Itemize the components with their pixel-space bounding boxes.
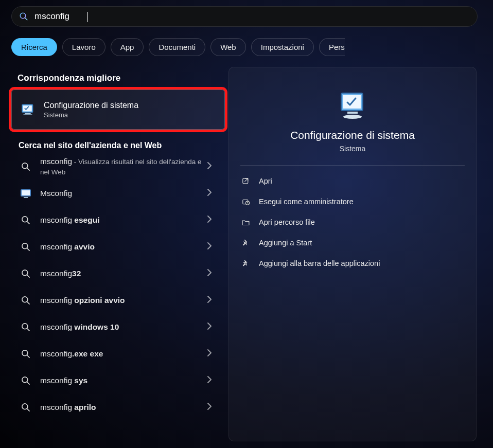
folder-icon bbox=[240, 218, 251, 227]
detail-subtitle: Sistema bbox=[229, 145, 476, 153]
search-icon bbox=[20, 402, 32, 413]
svg-line-16 bbox=[27, 275, 30, 278]
tab-web[interactable]: Web bbox=[210, 38, 246, 56]
open-icon bbox=[240, 177, 251, 186]
pin-icon bbox=[240, 259, 251, 268]
search-result-label: msconfig sys bbox=[40, 375, 207, 385]
action-label: Aggiungi alla barra delle applicazioni bbox=[259, 259, 380, 267]
search-result[interactable]: msconfig.exe exe bbox=[11, 341, 217, 367]
action-folder[interactable]: Apri percorso file bbox=[232, 212, 473, 232]
chevron-right-icon bbox=[207, 402, 212, 413]
search-icon bbox=[20, 295, 32, 306]
chevron-right-icon bbox=[207, 215, 212, 225]
svg-line-14 bbox=[27, 248, 30, 251]
svg-line-18 bbox=[27, 302, 30, 304]
search-icon bbox=[20, 322, 32, 332]
svg-line-1 bbox=[25, 17, 27, 20]
svg-point-30 bbox=[343, 115, 362, 119]
action-open[interactable]: Apri bbox=[232, 171, 473, 191]
system-config-icon bbox=[19, 101, 37, 118]
svg-rect-4 bbox=[25, 113, 30, 114]
search-icon bbox=[20, 242, 32, 252]
svg-line-26 bbox=[27, 409, 30, 411]
tab-lavoro[interactable]: Lavoro bbox=[62, 38, 105, 56]
chevron-right-icon bbox=[207, 188, 212, 199]
msconfig-app-icon bbox=[20, 187, 32, 200]
tab-impostazioni[interactable]: Impostazioni bbox=[251, 38, 314, 56]
search-result-label: msconfig avvio bbox=[40, 242, 207, 252]
search-icon bbox=[19, 12, 28, 21]
tab-persone[interactable]: Persone bbox=[319, 38, 345, 56]
chevron-right-icon bbox=[207, 349, 212, 359]
detail-title: Configurazione di sistema bbox=[229, 129, 476, 141]
action-label: Esegui come amministratore bbox=[259, 198, 354, 206]
tab-ricerca[interactable]: Ricerca bbox=[11, 38, 57, 56]
chevron-right-icon bbox=[207, 322, 212, 332]
svg-rect-29 bbox=[347, 112, 358, 114]
action-pin[interactable]: Aggiungi alla barra delle applicazioni bbox=[232, 253, 473, 274]
search-result[interactable]: msconfig esegui bbox=[11, 207, 217, 234]
chevron-right-icon bbox=[207, 268, 212, 279]
search-result[interactable]: msconfig aprilo bbox=[11, 394, 217, 421]
search-result-label: msconfig aprilo bbox=[40, 402, 207, 412]
search-result-label: msconfig esegui bbox=[40, 215, 207, 225]
chevron-right-icon bbox=[207, 375, 212, 386]
results-column: Corrispondenza migliore Configurazione d… bbox=[11, 73, 217, 421]
search-input[interactable] bbox=[34, 11, 470, 22]
search-bar[interactable] bbox=[11, 6, 478, 27]
search-icon bbox=[20, 349, 32, 359]
search-icon bbox=[20, 162, 32, 172]
best-match-title: Configurazione di sistema bbox=[44, 101, 138, 110]
search-result-label: msconfig.exe exe bbox=[40, 349, 207, 359]
best-match-subtitle: Sistema bbox=[44, 111, 138, 119]
svg-rect-9 bbox=[22, 190, 30, 195]
search-result-label: msconfig windows 10 bbox=[40, 322, 207, 332]
search-result[interactable]: msconfig - Visualizza risultati nel sito… bbox=[11, 153, 217, 180]
chevron-right-icon bbox=[207, 242, 212, 252]
chevron-right-icon bbox=[207, 295, 212, 306]
search-icon bbox=[20, 268, 32, 279]
svg-rect-10 bbox=[24, 197, 28, 198]
search-result[interactable]: msconfig sys bbox=[11, 367, 217, 394]
best-match-heading: Corrispondenza migliore bbox=[17, 73, 217, 83]
detail-actions: ApriEsegui come amministratoreApri perco… bbox=[232, 171, 473, 274]
search-result-label: msconfig - Visualizza risultati nel sito… bbox=[40, 156, 207, 177]
text-cursor bbox=[87, 12, 88, 22]
tab-app[interactable]: App bbox=[111, 38, 144, 56]
action-label: Apri bbox=[259, 177, 272, 185]
pin-icon bbox=[240, 239, 251, 247]
action-label: Apri percorso file bbox=[259, 218, 315, 226]
svg-line-12 bbox=[27, 222, 30, 224]
search-result-label: msconfig32 bbox=[40, 268, 207, 278]
chevron-right-icon bbox=[207, 162, 212, 172]
svg-rect-5 bbox=[24, 114, 32, 115]
search-result-label: Msconfig bbox=[40, 188, 207, 198]
action-pin[interactable]: Aggiungi a Start bbox=[232, 232, 473, 253]
search-result[interactable]: msconfig32 bbox=[11, 260, 217, 287]
search-result[interactable]: Msconfig bbox=[11, 180, 217, 207]
search-result[interactable]: msconfig windows 10 bbox=[11, 314, 217, 341]
action-label: Aggiungi a Start bbox=[259, 239, 312, 247]
admin-icon bbox=[240, 198, 251, 206]
svg-line-7 bbox=[27, 168, 30, 171]
search-result[interactable]: msconfig opzioni avvio bbox=[11, 287, 217, 314]
web-results-heading: Cerca nel sito dell'azienda e nel Web bbox=[19, 141, 217, 150]
search-result[interactable]: msconfig avvio bbox=[11, 234, 217, 260]
svg-line-20 bbox=[27, 329, 30, 331]
search-result-label: msconfig opzioni avvio bbox=[40, 295, 207, 305]
tab-documenti[interactable]: Documenti bbox=[149, 38, 205, 56]
search-icon bbox=[20, 375, 32, 386]
action-admin[interactable]: Esegui come amministratore bbox=[232, 191, 473, 212]
detail-app-icon bbox=[336, 89, 369, 122]
filter-tabs: RicercaLavoroAppDocumentiWebImpostazioni… bbox=[11, 38, 345, 56]
svg-line-24 bbox=[27, 382, 30, 385]
best-match-result[interactable]: Configurazione di sistema Sistema bbox=[11, 89, 225, 130]
divider bbox=[240, 165, 465, 166]
detail-panel: Configurazione di sistema Sistema ApriEs… bbox=[228, 67, 477, 441]
svg-line-22 bbox=[27, 355, 30, 358]
web-results-list: msconfig - Visualizza risultati nel sito… bbox=[11, 153, 217, 421]
search-icon bbox=[20, 215, 32, 225]
